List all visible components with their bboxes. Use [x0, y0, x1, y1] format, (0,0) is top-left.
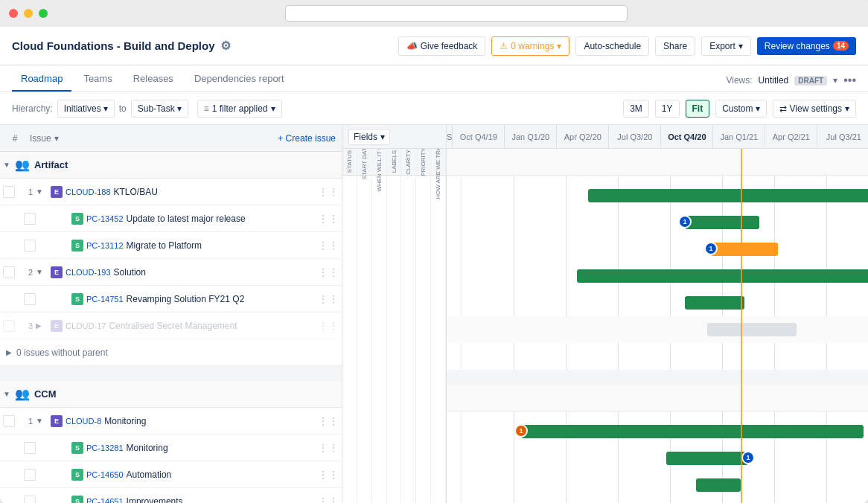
fields-label: Fields — [354, 132, 377, 142]
views-name: Untitled — [759, 75, 789, 86]
gantt-bar-pc13281[interactable]: 1 — [666, 452, 748, 465]
no-parent-row[interactable]: ▶ 0 issues without parent — [0, 339, 342, 366]
gantt-bar-pc14751[interactable] — [685, 296, 744, 310]
no-parent-toggle[interactable]: ▶ — [6, 348, 12, 356]
field-ship: WHEN WILL IT SHIP? — [372, 149, 387, 503]
story-icon: S — [71, 469, 83, 481]
row-checkbox[interactable] — [3, 186, 15, 198]
review-changes-button[interactable]: Review changes 14 — [757, 37, 856, 55]
row-checkbox[interactable] — [3, 320, 15, 332]
issue-key[interactable]: CLOUD-193 — [66, 268, 111, 277]
drag-handle[interactable]: ⋮⋮ — [318, 415, 339, 427]
row-checkbox[interactable] — [24, 442, 36, 454]
drag-handle[interactable]: ⋮⋮ — [318, 266, 339, 278]
gantt-bar-cloud17[interactable] — [707, 323, 797, 336]
more-views-button[interactable]: ••• — [843, 74, 856, 87]
close-button[interactable] — [9, 9, 18, 18]
gantt-bar-pc14650[interactable] — [696, 478, 741, 492]
warnings-button[interactable]: ⚠ 0 warnings ▾ — [491, 36, 569, 56]
review-badge: 14 — [833, 41, 849, 51]
group-toggle-ccm[interactable]: ▼ — [3, 390, 10, 398]
filter-section: ≡ 1 filter applied ▾ — [197, 100, 282, 118]
expand-button[interactable]: ▼ — [36, 417, 48, 425]
nav-tabs: Roadmap Teams Releases Dependencies repo… — [0, 65, 868, 92]
gantt-bar-cloud8[interactable]: 1 — [521, 425, 864, 438]
feedback-button[interactable]: 📣 Give feedback — [398, 36, 486, 56]
hierarchy-to-select[interactable]: Sub-Task ▾ — [131, 100, 188, 118]
settings-icon[interactable]: ⚙ — [220, 39, 231, 53]
row-checkbox[interactable] — [24, 213, 36, 225]
tab-teams[interactable]: Teams — [74, 67, 121, 92]
group-header-artifact[interactable]: ▼ 👥 Artifact — [0, 152, 342, 179]
gantt-bar-cloud193[interactable] — [577, 269, 868, 283]
drag-handle[interactable]: ⋮⋮ — [318, 469, 339, 481]
search-input[interactable] — [285, 5, 628, 22]
epic-icon: E — [51, 415, 63, 427]
hierarchy-from-select[interactable]: Initiatives ▾ — [57, 100, 115, 118]
issue-key[interactable]: PC-13112 — [86, 241, 124, 250]
issue-summary: Update to latest major release — [127, 214, 246, 224]
field-ship-label: WHEN WILL IT SHIP? — [376, 149, 383, 193]
drag-handle[interactable]: ⋮⋮ — [318, 442, 339, 454]
issue-key[interactable]: CLOUD-17 — [66, 321, 106, 330]
issue-row: 2 ▼ E CLOUD-193 Solution ⋮⋮ — [0, 259, 342, 286]
time-fit-button[interactable]: Fit — [686, 100, 710, 118]
minimize-button[interactable] — [24, 9, 33, 18]
gantt-bar-cloud188[interactable] — [588, 189, 868, 202]
drag-handle[interactable]: ⋮⋮ — [318, 320, 339, 332]
maximize-button[interactable] — [39, 9, 48, 18]
megaphone-icon: 📣 — [406, 41, 418, 51]
tab-dependencies[interactable]: Dependencies report — [185, 67, 293, 92]
chevron-down-icon-views[interactable]: ▾ — [833, 75, 837, 86]
row-checkbox[interactable] — [24, 240, 36, 252]
tab-releases[interactable]: Releases — [124, 67, 182, 92]
timeline-label-4: Jul Q3/20 — [609, 125, 661, 148]
fields-button[interactable]: Fields ▾ — [348, 129, 390, 145]
drag-handle[interactable]: ⋮⋮ — [318, 213, 339, 225]
tab-roadmap[interactable]: Roadmap — [12, 67, 71, 92]
time-custom-select[interactable]: Custom ▾ — [715, 100, 766, 118]
issue-key[interactable]: CLOUD-188 — [66, 188, 111, 196]
time-3m-button[interactable]: 3M — [623, 100, 649, 118]
gantt-spacer-1 — [447, 370, 868, 385]
row-checkbox[interactable] — [3, 415, 15, 427]
export-button[interactable]: Export ▾ — [701, 36, 751, 56]
drag-handle[interactable]: ⋮⋮ — [318, 293, 339, 305]
view-settings-button[interactable]: ⇄ View settings ▾ — [773, 100, 856, 118]
issue-key[interactable]: PC-13452 — [86, 214, 124, 223]
expand-button[interactable]: ▼ — [36, 268, 48, 276]
field-clarity: CLARITY — [401, 149, 416, 503]
issue-key[interactable]: PC-14651 — [86, 497, 124, 504]
row-checkbox[interactable] — [24, 293, 36, 305]
expand-button[interactable]: ▼ — [36, 188, 48, 196]
issue-key[interactable]: PC-14751 — [86, 295, 124, 304]
views-section: Views: Untitled DRAFT ▾ ••• — [726, 74, 856, 92]
gantt-row-cloud8: 1 — [447, 418, 868, 445]
drag-handle[interactable]: ⋮⋮ — [318, 240, 339, 252]
row-checkbox[interactable] — [24, 469, 36, 481]
chevron-down-icon-settings: ▾ — [845, 103, 849, 114]
issue-key[interactable]: PC-14650 — [86, 470, 124, 479]
gantt-bar-pc13112[interactable]: 1 — [711, 243, 778, 256]
group-toggle-artifact[interactable]: ▼ — [3, 161, 10, 169]
row-checkbox[interactable] — [24, 496, 36, 504]
group-header-ccm[interactable]: ▼ 👥 CCM — [0, 381, 342, 408]
row-checkbox[interactable] — [3, 266, 15, 278]
field-tracking-cells — [431, 176, 445, 503]
create-issue-button[interactable]: + Create issue — [278, 133, 336, 144]
drag-handle[interactable]: ⋮⋮ — [318, 496, 339, 504]
filter-button[interactable]: ≡ 1 filter applied ▾ — [197, 100, 282, 118]
app-title: Cloud Foundations - Build and Deploy ⚙ — [12, 39, 231, 53]
share-button[interactable]: Share — [655, 36, 695, 56]
timeline-label-s: S — [447, 125, 453, 148]
bar-indicator-pc13112: 1 — [704, 242, 718, 255]
gantt-group-row-ccm — [447, 385, 868, 411]
autoschedule-button[interactable]: Auto-schedule — [575, 36, 649, 56]
time-1y-button[interactable]: 1Y — [655, 100, 680, 118]
issue-key[interactable]: CLOUD-8 — [66, 417, 101, 426]
gantt-bar-pc13452[interactable]: 1 — [685, 216, 759, 229]
expand-button[interactable]: ▶ — [36, 321, 48, 330]
issue-col-header[interactable]: Issue ▾ — [30, 133, 59, 144]
issue-key[interactable]: PC-13281 — [86, 443, 124, 452]
drag-handle[interactable]: ⋮⋮ — [318, 186, 339, 198]
